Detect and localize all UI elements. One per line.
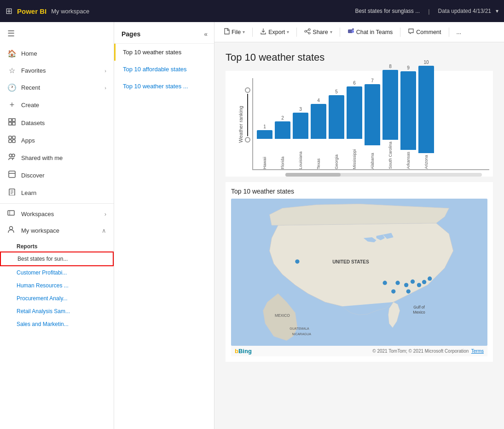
svg-point-9 bbox=[12, 154, 15, 157]
svg-text:UNITED STATES: UNITED STATES bbox=[332, 259, 369, 264]
export-button[interactable]: Export ▾ bbox=[256, 26, 293, 38]
teams-icon bbox=[348, 28, 354, 36]
nav-item-create[interactable]: + Create bbox=[0, 96, 114, 114]
nav-item-recent[interactable]: 🕐 Recent › bbox=[0, 79, 114, 96]
data-updated-label: Data updated 4/13/21 bbox=[438, 8, 491, 14]
toolbar-sep-3 bbox=[340, 28, 340, 37]
nav-collapse-button[interactable]: ☰ bbox=[0, 22, 114, 45]
toolbar-sep-5 bbox=[449, 28, 449, 37]
report-item-procurement[interactable]: Procurement Analy... bbox=[0, 292, 114, 305]
nav-item-favorites[interactable]: ☆ Favorites › bbox=[0, 62, 114, 79]
bar-group: 7Alabama bbox=[365, 78, 380, 169]
report-item-retail[interactable]: Retail Analysis Sam... bbox=[0, 305, 114, 318]
svg-point-22 bbox=[308, 32, 310, 34]
clock-icon: 🕐 bbox=[7, 83, 17, 92]
bar-rect[interactable] bbox=[293, 113, 308, 139]
bar-rect[interactable] bbox=[275, 121, 290, 139]
svg-point-42 bbox=[406, 289, 411, 293]
svg-point-36 bbox=[395, 281, 400, 285]
nav-workspaces-label: Workspaces bbox=[21, 211, 54, 217]
more-icon: ... bbox=[457, 29, 461, 35]
bar-rect[interactable] bbox=[400, 71, 416, 150]
svg-rect-6 bbox=[9, 140, 12, 143]
svg-rect-10 bbox=[9, 171, 15, 177]
bar-rect[interactable] bbox=[418, 66, 434, 153]
nav-item-datasets[interactable]: Datasets bbox=[0, 114, 114, 132]
star-icon: ☆ bbox=[7, 66, 17, 75]
file-button[interactable]: File ▾ bbox=[220, 26, 249, 38]
share-icon bbox=[304, 28, 311, 36]
bar-group: 1Hawaii bbox=[257, 78, 272, 169]
nav-divider bbox=[0, 203, 114, 204]
workspace-label[interactable]: My workspace bbox=[51, 8, 89, 15]
bar-group: 8South Carolina bbox=[382, 78, 398, 169]
bar-value-label: 5 bbox=[335, 89, 338, 94]
bar-value-label: 8 bbox=[389, 64, 392, 69]
bar-value-label: 2 bbox=[281, 115, 284, 120]
pages-panel: Pages « Top 10 weather states Top 10 aff… bbox=[114, 22, 214, 429]
nav-item-discover[interactable]: Discover bbox=[0, 166, 114, 184]
report-item-customer[interactable]: Customer Profitabi... bbox=[0, 266, 114, 279]
svg-rect-1 bbox=[12, 119, 15, 121]
reports-section-label: Reports bbox=[0, 239, 114, 252]
bar-state-label: Florida bbox=[280, 141, 285, 169]
bar-value-label: 9 bbox=[407, 65, 410, 70]
favorites-chevron-icon: › bbox=[104, 68, 106, 74]
page-item-1[interactable]: Top 10 affordable states bbox=[114, 61, 214, 78]
bar-rect[interactable] bbox=[311, 104, 326, 139]
page-item-2[interactable]: Top 10 weather states ... bbox=[114, 78, 214, 95]
bar-value-label: 1 bbox=[263, 124, 266, 129]
my-workspace-chevron-icon: ∧ bbox=[102, 227, 106, 234]
nav-favorites-label: Favorites bbox=[21, 67, 46, 74]
nav-discover-label: Discover bbox=[21, 172, 45, 179]
nav-item-shared[interactable]: Shared with me bbox=[0, 149, 114, 166]
bar-group: 3Louisiana bbox=[293, 78, 308, 169]
bar-value-label: 10 bbox=[423, 60, 429, 65]
report-item-sales[interactable]: Sales and Marketin... bbox=[0, 318, 114, 331]
svg-line-24 bbox=[307, 32, 308, 33]
bar-state-label: Hawaii bbox=[262, 141, 267, 169]
report-item-best-states[interactable]: Best states for sun... bbox=[0, 252, 114, 266]
nav-myworkspace-header[interactable]: My workspace ∧ bbox=[0, 222, 114, 239]
bar-rect[interactable] bbox=[365, 84, 380, 145]
nav-workspaces-header[interactable]: Workspaces › bbox=[0, 206, 114, 222]
nav-item-apps[interactable]: Apps bbox=[0, 132, 114, 149]
page-item-0[interactable]: Top 10 weather states bbox=[114, 44, 214, 61]
pages-collapse-button[interactable]: « bbox=[204, 30, 208, 38]
bar-rect[interactable] bbox=[329, 95, 344, 139]
share-chevron-icon: ▾ bbox=[330, 29, 332, 34]
svg-rect-0 bbox=[9, 119, 12, 121]
svg-text:GUATEMALA: GUATEMALA bbox=[290, 327, 309, 330]
report-item-hr[interactable]: Human Resources ... bbox=[0, 279, 114, 292]
nav-recent-label: Recent bbox=[21, 84, 40, 91]
nav-item-learn[interactable]: Learn bbox=[0, 184, 114, 201]
bar-group: 10Arizona bbox=[418, 78, 434, 169]
topbar-chevron-icon[interactable]: ▾ bbox=[496, 8, 498, 14]
more-button[interactable]: ... bbox=[453, 27, 465, 38]
workspaces-icon bbox=[7, 209, 17, 218]
comment-button[interactable]: Comment bbox=[404, 26, 445, 38]
svg-text:MEXICO: MEXICO bbox=[275, 313, 290, 318]
bar-rect[interactable] bbox=[257, 130, 272, 139]
bar-rect[interactable] bbox=[347, 86, 362, 139]
pages-title: Pages bbox=[122, 30, 140, 38]
bar-rect[interactable] bbox=[382, 70, 398, 140]
nav-learn-label: Learn bbox=[21, 189, 36, 196]
chart-scrollbar[interactable] bbox=[285, 173, 482, 177]
bar-state-label: Alabama bbox=[370, 147, 375, 169]
svg-point-20 bbox=[308, 29, 310, 30]
bar-value-label: 7 bbox=[371, 78, 374, 83]
grid-icon[interactable]: ⊞ bbox=[6, 6, 12, 16]
my-workspace-icon bbox=[7, 226, 17, 235]
map-terms-link[interactable]: Terms bbox=[471, 349, 484, 354]
map-title: Top 10 weather states bbox=[231, 188, 487, 195]
map-svg: UNITED STATES MEXICO Gulf of Mexico GUAT… bbox=[231, 199, 487, 346]
report-main-title: Top 10 weather states bbox=[226, 51, 493, 63]
bing-logo: bBing bbox=[235, 348, 252, 355]
chat-in-teams-button[interactable]: Chat in Teams bbox=[344, 26, 397, 38]
nav-my-workspace-label: My workspace bbox=[21, 227, 59, 234]
nav-item-home[interactable]: 🏠 Home bbox=[0, 45, 114, 62]
map-copyright: © 2021 TomTom; © 2021 Microsoft Corporat… bbox=[372, 349, 484, 354]
share-button[interactable]: Share ▾ bbox=[301, 26, 336, 38]
bar-group: 6Mississippi bbox=[347, 78, 362, 169]
